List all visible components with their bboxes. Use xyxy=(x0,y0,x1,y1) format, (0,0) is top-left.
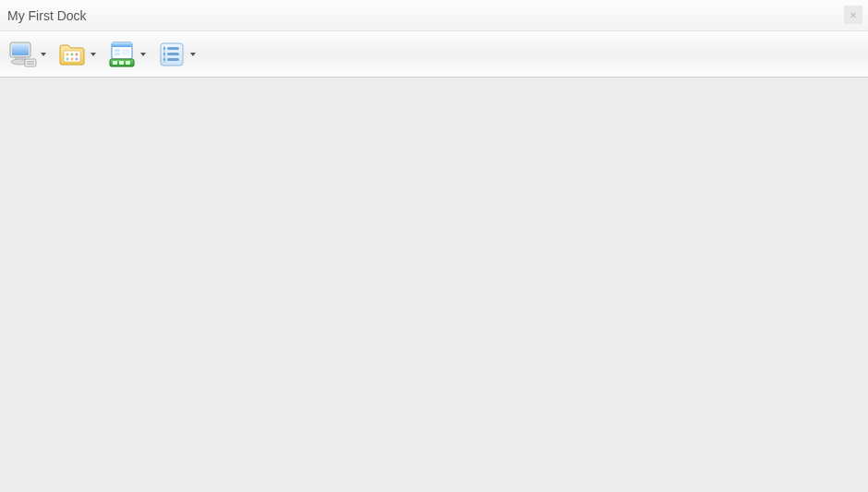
svg-rect-17 xyxy=(115,53,120,55)
content-area xyxy=(0,78,868,492)
close-button[interactable]: ✕ xyxy=(844,6,862,24)
toolbar-button-folder[interactable] xyxy=(54,36,102,73)
chevron-down-icon xyxy=(190,53,196,56)
folder-icon xyxy=(55,38,89,71)
chevron-down-icon xyxy=(41,53,46,56)
svg-point-28 xyxy=(163,47,165,49)
svg-point-9 xyxy=(71,53,74,55)
toolbar-button-list[interactable] xyxy=(153,36,201,73)
svg-rect-16 xyxy=(115,49,120,52)
computer-icon xyxy=(6,38,39,71)
svg-rect-1 xyxy=(12,44,29,55)
svg-rect-22 xyxy=(126,61,130,65)
svg-point-30 xyxy=(163,58,165,60)
list-icon xyxy=(155,38,188,71)
svg-rect-20 xyxy=(113,61,117,65)
toolbar-button-computer[interactable] xyxy=(4,36,52,73)
title-bar: My First Dock ✕ xyxy=(0,0,868,31)
toolbar-button-programs[interactable] xyxy=(103,36,151,73)
svg-rect-21 xyxy=(119,61,124,65)
svg-rect-15 xyxy=(112,42,132,47)
svg-rect-6 xyxy=(27,63,34,65)
svg-rect-26 xyxy=(167,53,179,55)
svg-point-8 xyxy=(66,53,69,55)
svg-point-11 xyxy=(66,57,69,60)
svg-rect-4 xyxy=(25,59,36,66)
svg-rect-25 xyxy=(167,47,179,50)
svg-point-13 xyxy=(76,57,78,60)
chevron-down-icon xyxy=(140,53,146,56)
svg-point-29 xyxy=(163,53,165,54)
close-icon: ✕ xyxy=(850,10,857,20)
svg-point-12 xyxy=(71,57,74,60)
svg-point-10 xyxy=(76,53,78,55)
programs-icon xyxy=(105,38,139,71)
toolbar xyxy=(0,31,868,78)
chevron-down-icon xyxy=(90,53,96,56)
svg-rect-5 xyxy=(27,61,34,63)
svg-rect-27 xyxy=(167,58,179,61)
window-title: My First Dock xyxy=(7,8,87,23)
svg-rect-18 xyxy=(122,49,129,55)
